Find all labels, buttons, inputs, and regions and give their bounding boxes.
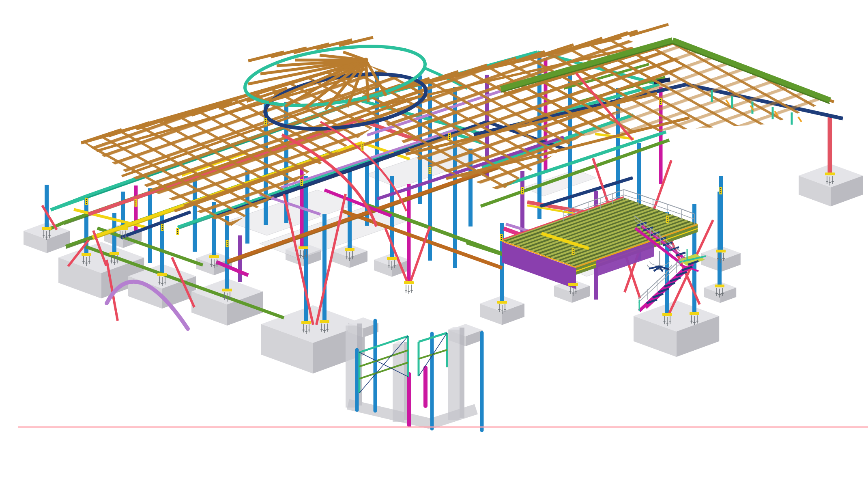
model-viewport: [0, 0, 868, 481]
structural-model-render: [0, 0, 868, 481]
